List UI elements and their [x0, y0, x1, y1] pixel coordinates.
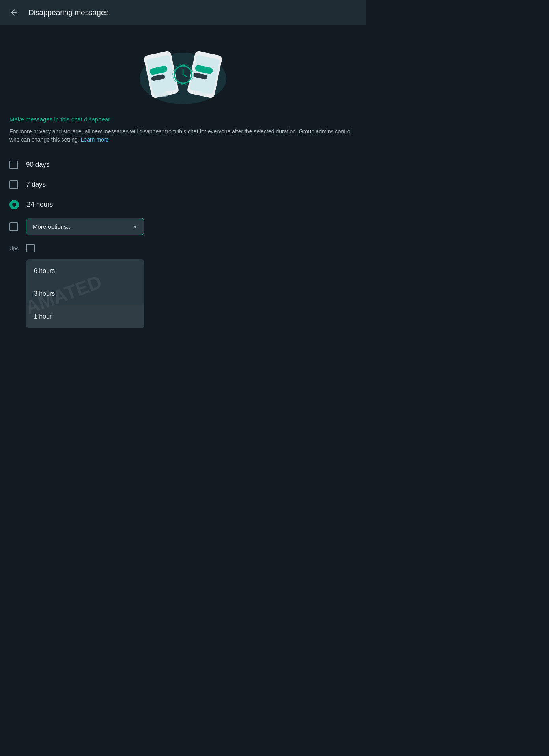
more-options-dropdown[interactable]: More options... ▼	[26, 218, 144, 235]
checkbox-90days[interactable]	[9, 161, 18, 169]
more-options-row: More options... ▼	[9, 215, 357, 238]
chevron-down-icon: ▼	[133, 224, 138, 230]
description-text: For more privacy and storage, all new me…	[9, 128, 352, 143]
option-label-24hours: 24 hours	[27, 201, 53, 209]
learn-more-link[interactable]: Learn more	[81, 136, 109, 143]
svg-point-14	[155, 90, 162, 96]
header: Disappearing messages	[0, 0, 366, 25]
description: For more privacy and storage, all new me…	[9, 127, 357, 144]
illustration-container	[9, 41, 357, 104]
option-label-7days: 7 days	[26, 181, 46, 189]
checkbox-more-options[interactable]	[9, 222, 18, 231]
option-7days[interactable]: 7 days	[9, 175, 357, 194]
dropdown-option-3hours[interactable]: 3 hours	[26, 282, 144, 305]
svg-point-15	[199, 90, 210, 95]
main-content: Make messages in this chat disappear For…	[0, 25, 366, 336]
checkbox-extra[interactable]	[26, 244, 35, 252]
page-title: Disappearing messages	[28, 8, 109, 17]
dropdown-option-6hours[interactable]: 6 hours	[26, 259, 144, 282]
option-24hours[interactable]: 24 hours	[9, 194, 357, 215]
upc-text: Upc	[9, 245, 19, 251]
upc-row: Upc	[9, 238, 357, 258]
option-90days[interactable]: 90 days	[9, 155, 357, 175]
option-label-90days: 90 days	[26, 161, 50, 169]
dropdown-option-1hour[interactable]: 1 hour	[26, 305, 144, 328]
section-title: Make messages in this chat disappear	[9, 116, 357, 123]
dropdown-option-label-1hour: 1 hour	[34, 313, 52, 320]
checkbox-7days[interactable]	[9, 180, 18, 189]
dropdown-option-label-6hours: 6 hours	[34, 267, 55, 274]
dropdown-label: More options...	[33, 223, 72, 230]
dropdown-menu: 6 hours 3 hours 1 hour	[26, 259, 144, 328]
dropdown-option-label-3hours: 3 hours	[34, 290, 55, 297]
back-button[interactable]	[8, 6, 21, 19]
radio-24hours[interactable]	[9, 200, 19, 209]
disappearing-messages-illustration	[128, 41, 238, 104]
